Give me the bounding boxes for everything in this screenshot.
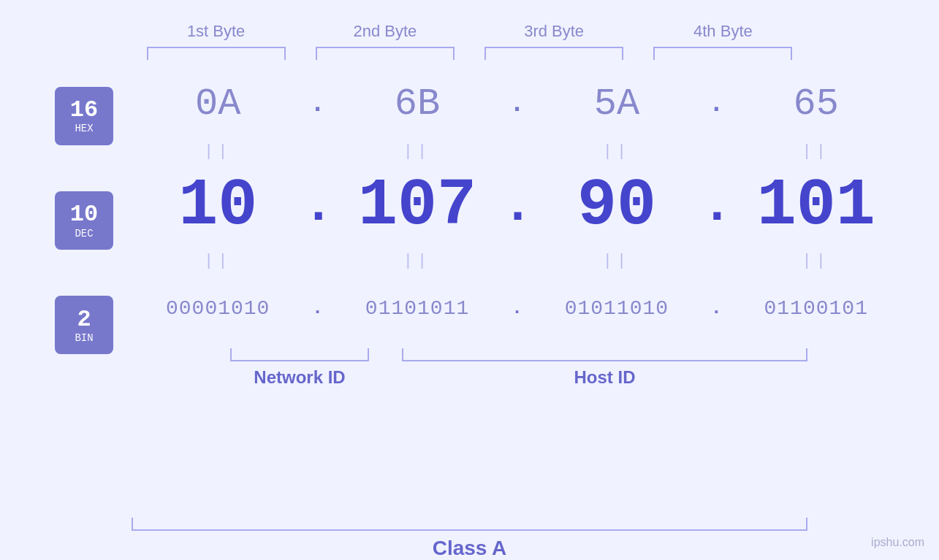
bin-val3: 01011010: [565, 297, 669, 320]
bottom-brackets-section: Network ID Host ID: [132, 348, 902, 388]
hex-val4: 65: [794, 83, 839, 126]
sep2-2: ||: [344, 252, 490, 270]
network-id-label: Network ID: [254, 367, 345, 388]
byte1-label: 1st Byte: [143, 22, 289, 41]
dec-values-row: 10 . 107 . 90 . 101: [132, 162, 902, 250]
class-label: Class A: [132, 537, 807, 560]
dec-val1-cell: 10: [145, 173, 291, 239]
dec-dot1: .: [303, 177, 332, 235]
hex-badge: 16 HEX: [55, 87, 113, 145]
hex-val3-cell: 5A: [544, 83, 690, 126]
class-section: Class A: [37, 518, 902, 560]
dec-val2: 107: [358, 169, 476, 243]
dec-val4: 101: [757, 169, 875, 243]
bracket-top-1: [147, 47, 286, 60]
hex-badge-number: 16: [70, 97, 98, 123]
sep1-3: ||: [544, 142, 690, 161]
hex-values-row: 0A . 6B . 5A . 65: [132, 67, 902, 140]
dec-val3-cell: 90: [544, 173, 690, 239]
hex-dot3: .: [702, 89, 731, 119]
sep-row-2: || || || ||: [132, 250, 902, 272]
sep2-1: ||: [145, 252, 291, 270]
bracket-top-4: [653, 47, 792, 60]
hex-val4-cell: 65: [743, 83, 889, 126]
dec-dot2: .: [502, 177, 531, 235]
dec-badge-number: 10: [70, 202, 98, 227]
dec-val2-cell: 107: [344, 173, 490, 239]
main-container: 1st Byte 2nd Byte 3rd Byte 4th Byte 16 H…: [0, 0, 939, 560]
bracket-bottom-host: [402, 348, 807, 361]
host-id-label: Host ID: [574, 367, 636, 388]
dec-badge: 10 DEC: [55, 191, 113, 250]
sep-row-1: || || || ||: [132, 140, 902, 162]
hex-val2-cell: 6B: [344, 83, 490, 126]
bin-dot2: .: [502, 297, 531, 319]
bin-badge-number: 2: [77, 307, 91, 332]
dec-badge-label: DEC: [75, 228, 93, 239]
values-area: 0A . 6B . 5A . 65 || ||: [132, 67, 902, 388]
sep2-3: ||: [544, 252, 690, 270]
byte-labels-row: 1st Byte 2nd Byte 3rd Byte 4th Byte: [37, 22, 902, 41]
top-brackets-row: [37, 47, 902, 60]
bracket-bottom-network: [230, 348, 369, 361]
sep2-4: ||: [743, 252, 889, 270]
bin-values-row: 00001010 . 01101011 . 01011010 . 0110010…: [132, 272, 902, 345]
class-bracket: [132, 518, 807, 531]
bin-val1-cell: 00001010: [145, 297, 291, 320]
hex-dot1: .: [303, 89, 332, 119]
hex-val1: 0A: [195, 83, 240, 126]
byte2-label: 2nd Byte: [312, 22, 458, 41]
bracket-top-2: [316, 47, 455, 60]
hex-val3: 5A: [594, 83, 639, 126]
bin-dot1: .: [303, 297, 332, 319]
sep1-1: ||: [145, 142, 291, 161]
bin-badge-label: BIN: [75, 332, 93, 344]
bin-val1: 00001010: [166, 297, 270, 320]
bin-val4: 01100101: [764, 297, 868, 320]
dec-dot3: .: [702, 177, 731, 235]
bin-dot3: .: [702, 297, 731, 319]
dec-val4-cell: 101: [743, 173, 889, 239]
hex-dot2: .: [502, 89, 531, 119]
hex-badge-label: HEX: [75, 123, 93, 134]
dec-val3: 90: [577, 169, 656, 243]
dec-val1: 10: [178, 169, 257, 243]
bin-badge: 2 BIN: [55, 296, 113, 354]
bin-val4-cell: 01100101: [743, 297, 889, 320]
watermark: ipshu.com: [871, 536, 924, 549]
sep1-2: ||: [344, 142, 490, 161]
byte3-label: 3rd Byte: [481, 22, 627, 41]
badges-column: 16 HEX 10 DEC 2 BIN: [37, 67, 132, 396]
main-grid: 16 HEX 10 DEC 2 BIN 0A . 6B: [37, 67, 902, 510]
bin-val2-cell: 01101011: [344, 297, 490, 320]
bracket-top-3: [484, 47, 623, 60]
byte4-label: 4th Byte: [650, 22, 796, 41]
bin-val3-cell: 01011010: [544, 297, 690, 320]
sep1-4: ||: [743, 142, 889, 161]
hex-val1-cell: 0A: [145, 83, 291, 126]
bin-val2: 01101011: [365, 297, 469, 320]
hex-val2: 6B: [395, 83, 440, 126]
